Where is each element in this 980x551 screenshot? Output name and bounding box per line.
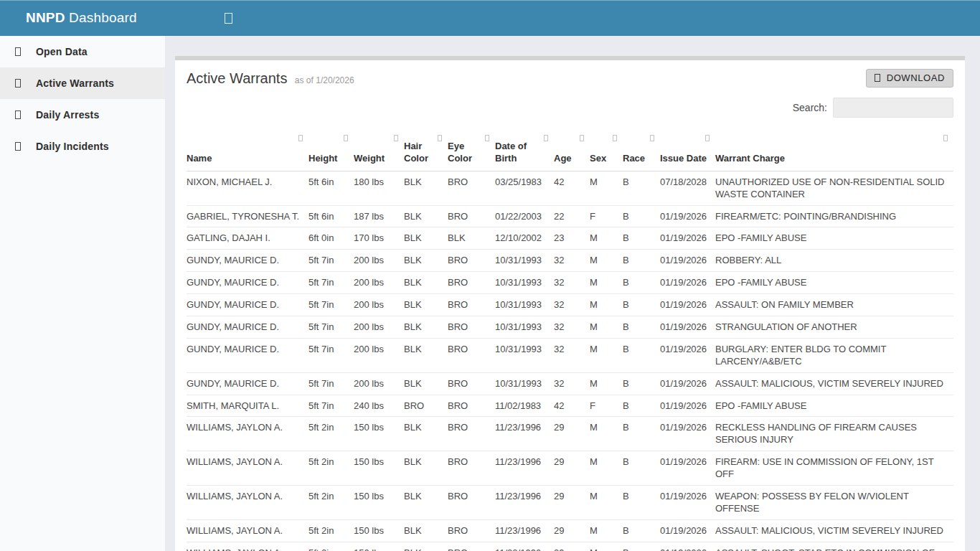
sort-icon bbox=[705, 135, 710, 141]
warrants-table: NameHeightWeightHair ColorEye ColorDate … bbox=[187, 129, 953, 551]
cell-height: 5ft 2in bbox=[308, 451, 354, 486]
cell-issue-date: 01/19/2026 bbox=[660, 205, 715, 227]
cell-race: B bbox=[623, 250, 660, 272]
cell-warrant-charge: UNAUTHORIZED USE OF NON-RESIDENTIAL SOLI… bbox=[715, 171, 953, 205]
cell-hair-color: BLK bbox=[404, 227, 448, 250]
sidebar-item-label: Active Warrants bbox=[36, 77, 114, 89]
cell-date-of-birth: 10/31/1993 bbox=[495, 338, 554, 372]
cell-name: GUNDY, MAURICE D. bbox=[187, 316, 308, 339]
sort-icon bbox=[344, 135, 348, 141]
cell-warrant-charge: WEAPON: POSSESS BY FELON W/VIOLENT OFFEN… bbox=[715, 486, 953, 520]
cell-date-of-birth: 10/31/1993 bbox=[495, 250, 554, 272]
column-label: Height bbox=[308, 153, 337, 164]
cell-issue-date: 01/19/2026 bbox=[660, 294, 715, 316]
cell-name: WILLIAMS, JAYLON A. bbox=[187, 519, 308, 542]
content-card: Active Warrants as of 1/20/2026 DOWNLOAD… bbox=[175, 56, 965, 551]
menu-toggle-icon[interactable] bbox=[225, 13, 232, 24]
sort-icon bbox=[580, 135, 584, 141]
cell-weight: 150 lbs bbox=[354, 417, 404, 451]
card-header: Active Warrants as of 1/20/2026 DOWNLOAD bbox=[187, 69, 953, 88]
sidebar-item-open-data[interactable]: Open Data bbox=[0, 36, 165, 67]
cell-eye-color: BRO bbox=[448, 372, 495, 395]
column-header-weight[interactable]: Weight bbox=[354, 129, 404, 171]
column-header-height[interactable]: Height bbox=[308, 129, 354, 171]
column-header-sex[interactable]: Sex bbox=[590, 129, 623, 171]
search-input[interactable] bbox=[833, 98, 953, 118]
column-header-issue-date[interactable]: Issue Date bbox=[660, 129, 715, 171]
cell-issue-date: 01/19/2026 bbox=[660, 316, 715, 339]
cell-age: 29 bbox=[554, 486, 590, 520]
cell-eye-color: BRO bbox=[448, 250, 495, 272]
cell-eye-color: BRO bbox=[448, 417, 495, 451]
cell-name: WILLIAMS, JAYLON A. bbox=[187, 417, 308, 451]
column-header-warrant-charge[interactable]: Warrant Charge bbox=[715, 129, 953, 171]
cell-age: 32 bbox=[554, 272, 590, 294]
cell-eye-color: BRO bbox=[448, 272, 495, 294]
cell-sex: F bbox=[590, 395, 623, 417]
cell-warrant-charge: EPO -FAMILY ABUSE bbox=[715, 227, 953, 250]
cell-sex: M bbox=[590, 171, 623, 205]
cell-eye-color: BRO bbox=[448, 294, 495, 316]
cell-name: GUNDY, MAURICE D. bbox=[187, 250, 308, 272]
cell-age: 32 bbox=[554, 338, 590, 372]
cell-sex: M bbox=[590, 372, 623, 395]
download-button[interactable]: DOWNLOAD bbox=[866, 69, 953, 88]
cell-hair-color: BLK bbox=[404, 294, 448, 316]
cell-eye-color: BRO bbox=[448, 338, 495, 372]
app-title: NNPD Dashboard bbox=[26, 10, 137, 26]
cell-issue-date: 07/18/2028 bbox=[660, 171, 715, 205]
cell-issue-date: 01/19/2026 bbox=[660, 395, 715, 417]
sort-icon bbox=[544, 135, 548, 141]
cell-hair-color: BLK bbox=[404, 372, 448, 395]
cell-eye-color: BRO bbox=[448, 451, 495, 486]
cell-weight: 200 lbs bbox=[354, 272, 404, 294]
table-row: GUNDY, MAURICE D.5ft 7in200 lbsBLKBRO10/… bbox=[187, 372, 953, 395]
cell-hair-color: BLK bbox=[404, 250, 448, 272]
cell-weight: 180 lbs bbox=[354, 171, 404, 205]
table-row: WILLIAMS, JAYLON A.5ft 2in150 lbsBLKBRO1… bbox=[187, 519, 953, 542]
cell-height: 5ft 7in bbox=[308, 372, 354, 395]
cell-weight: 200 lbs bbox=[354, 294, 404, 316]
cell-height: 5ft 7in bbox=[308, 338, 354, 372]
cell-age: 22 bbox=[554, 205, 590, 227]
column-header-eye-color[interactable]: Eye Color bbox=[448, 129, 495, 171]
cell-weight: 200 lbs bbox=[354, 316, 404, 339]
cell-hair-color: BLK bbox=[404, 451, 448, 486]
cell-height: 5ft 2in bbox=[308, 542, 354, 551]
column-header-race[interactable]: Race bbox=[623, 129, 660, 171]
cell-weight: 150 lbs bbox=[354, 486, 404, 520]
cell-eye-color: BRO bbox=[448, 171, 495, 205]
cell-warrant-charge: ROBBERY: ALL bbox=[715, 250, 953, 272]
sidebar-item-active-warrants[interactable]: Active Warrants bbox=[0, 67, 165, 99]
column-label: Weight bbox=[354, 153, 385, 164]
column-header-hair-color[interactable]: Hair Color bbox=[404, 129, 448, 171]
cell-warrant-charge: FIREARM: USE IN COMMISSION OF FELONY, 1S… bbox=[715, 451, 953, 486]
cell-race: B bbox=[623, 519, 660, 542]
sidebar-item-daily-arrests[interactable]: Daily Arrests bbox=[0, 99, 165, 131]
column-header-date-of-birth[interactable]: Date of Birth bbox=[495, 129, 554, 171]
cell-race: B bbox=[623, 395, 660, 417]
table-body: NIXON, MICHAEL J.5ft 6in180 lbsBLKBRO03/… bbox=[187, 171, 953, 551]
cell-eye-color: BRO bbox=[448, 316, 495, 339]
active-warrants-icon bbox=[15, 79, 21, 88]
cell-weight: 200 lbs bbox=[354, 250, 404, 272]
table-header-row: NameHeightWeightHair ColorEye ColorDate … bbox=[187, 129, 953, 171]
cell-date-of-birth: 03/25/1983 bbox=[495, 171, 554, 205]
table-row: GUNDY, MAURICE D.5ft 7in200 lbsBLKBRO10/… bbox=[187, 338, 953, 372]
sidebar-item-daily-incidents[interactable]: Daily Incidents bbox=[0, 131, 165, 162]
cell-date-of-birth: 10/31/1993 bbox=[495, 294, 554, 316]
cell-race: B bbox=[623, 294, 660, 316]
app-title-rest: Dashboard bbox=[65, 10, 137, 25]
cell-race: B bbox=[623, 451, 660, 486]
column-label: Date of Birth bbox=[495, 141, 527, 164]
cell-name: GUNDY, MAURICE D. bbox=[187, 294, 308, 316]
cell-weight: 150 lbs bbox=[354, 451, 404, 486]
column-label: Sex bbox=[590, 153, 606, 164]
column-header-name[interactable]: Name bbox=[187, 129, 308, 171]
cell-height: 5ft 6in bbox=[308, 171, 354, 205]
cell-age: 29 bbox=[554, 542, 590, 551]
cell-height: 5ft 2in bbox=[308, 486, 354, 520]
cell-height: 6ft 0in bbox=[308, 227, 354, 250]
column-header-age[interactable]: Age bbox=[554, 129, 590, 171]
cell-race: B bbox=[623, 417, 660, 451]
